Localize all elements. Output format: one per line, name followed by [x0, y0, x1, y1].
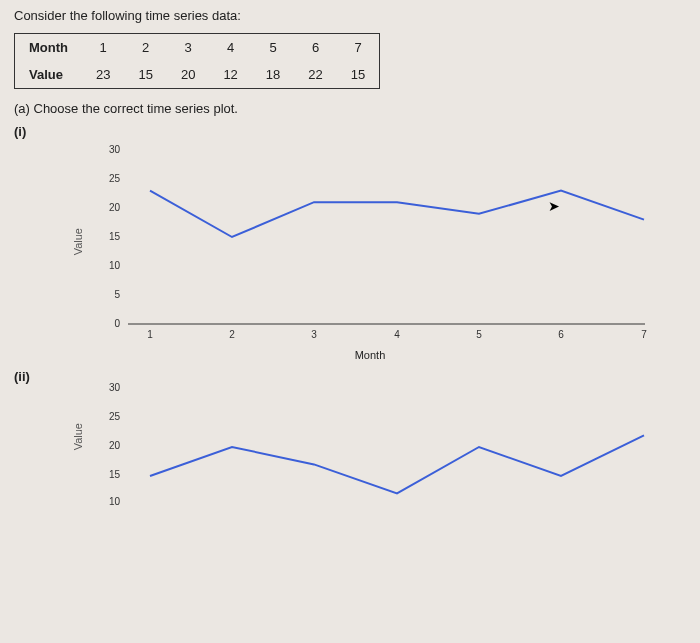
- data-table: Month 1 2 3 4 5 6 7 Value 23 15 20 12 18…: [14, 33, 380, 89]
- y-tick: 5: [114, 289, 120, 300]
- x-tick: 6: [558, 329, 564, 340]
- table-cell: 4: [209, 34, 251, 62]
- y-tick: 10: [109, 260, 121, 271]
- data-line: [150, 191, 644, 237]
- y-tick: 15: [109, 469, 121, 480]
- table-row: Month 1 2 3 4 5 6 7: [15, 34, 380, 62]
- question-prompt: Consider the following time series data:: [14, 8, 686, 23]
- table-cell: 23: [82, 61, 124, 89]
- y-tick: 30: [109, 382, 121, 393]
- x-tick: 3: [311, 329, 317, 340]
- x-tick: 7: [641, 329, 647, 340]
- chart-label-i: (i): [14, 122, 44, 139]
- table-cell: 22: [294, 61, 336, 89]
- y-axis-label: Value: [72, 423, 84, 450]
- row-header: Month: [15, 34, 82, 62]
- x-tick: 2: [229, 329, 235, 340]
- table-cell: 7: [337, 34, 380, 62]
- chart-i-svg: 0 5 10 15 20 25 30 1 2 3 4 5 6: [90, 122, 650, 347]
- y-tick: 25: [109, 411, 121, 422]
- part-a-text: (a) Choose the correct time series plot.: [14, 101, 686, 116]
- table-cell: 5: [252, 34, 294, 62]
- x-tick: 1: [147, 329, 153, 340]
- row-header: Value: [15, 61, 82, 89]
- x-axis-label: Month: [90, 349, 650, 361]
- table-cell: 1: [82, 34, 124, 62]
- chart-ii: Value 10 15 20 25 30: [72, 367, 650, 507]
- table-cell: 2: [124, 34, 166, 62]
- y-tick: 20: [109, 202, 121, 213]
- table-cell: 18: [252, 61, 294, 89]
- x-tick: 5: [476, 329, 482, 340]
- table-cell: 12: [209, 61, 251, 89]
- table-cell: 3: [167, 34, 209, 62]
- table-cell: 15: [337, 61, 380, 89]
- y-tick: 20: [109, 440, 121, 451]
- y-tick: 0: [114, 318, 120, 329]
- y-axis-label: Value: [72, 228, 84, 255]
- table-cell: 6: [294, 34, 336, 62]
- y-tick: 30: [109, 144, 121, 155]
- table-cell: 20: [167, 61, 209, 89]
- table-row: Value 23 15 20 12 18 22 15: [15, 61, 380, 89]
- chart-ii-svg: 10 15 20 25 30: [90, 367, 650, 507]
- chart-label-ii: (ii): [14, 367, 44, 384]
- y-tick: 10: [109, 496, 121, 507]
- table-cell: 15: [124, 61, 166, 89]
- x-tick: 4: [394, 329, 400, 340]
- y-tick: 15: [109, 231, 121, 242]
- chart-i: Value 0 5 10 15 20 25 30 1 2: [72, 122, 650, 361]
- data-line: [150, 435, 644, 493]
- y-tick: 25: [109, 173, 121, 184]
